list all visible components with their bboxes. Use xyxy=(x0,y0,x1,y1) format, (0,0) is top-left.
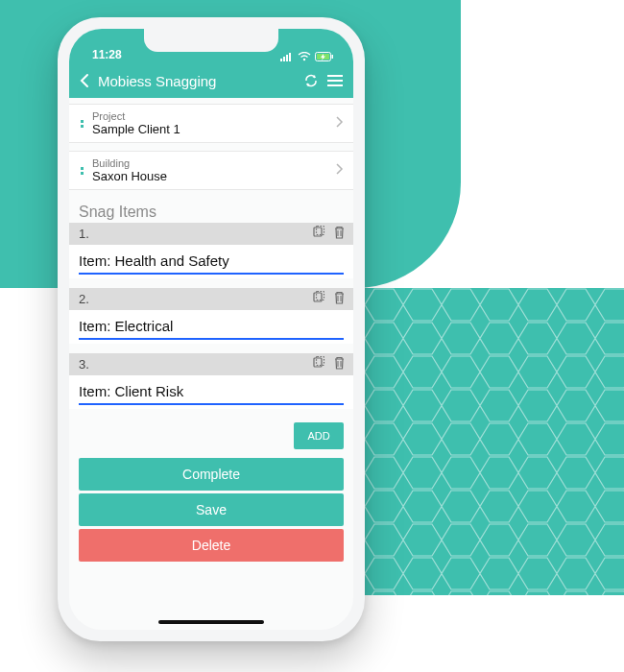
building-value: Saxon House xyxy=(92,169,335,183)
complete-button[interactable]: Complete xyxy=(79,458,344,491)
app-header: Mobiess Snagging xyxy=(69,63,353,98)
delete-item-button[interactable] xyxy=(333,291,346,307)
building-row[interactable]: Building Saxon House xyxy=(69,152,353,189)
battery-icon xyxy=(315,52,334,61)
copy-icon xyxy=(312,226,325,242)
snag-item-header: 3. xyxy=(69,353,353,375)
section-title: Snag Items xyxy=(69,198,353,223)
add-button[interactable]: ADD xyxy=(294,422,344,449)
back-button[interactable] xyxy=(79,73,90,88)
svg-rect-3 xyxy=(283,57,285,61)
copy-button[interactable] xyxy=(312,356,325,372)
copy-button[interactable] xyxy=(312,291,325,307)
content-area: Project Sample Client 1 Building Saxon H… xyxy=(69,98,353,630)
chevron-left-icon xyxy=(79,73,90,88)
svg-rect-4 xyxy=(286,55,288,61)
menu-button[interactable] xyxy=(326,74,344,87)
snag-item-number: 3. xyxy=(79,357,304,372)
delete-item-button[interactable] xyxy=(333,356,346,372)
drag-handle-icon xyxy=(81,167,86,175)
snag-item-text: Item: Client Risk xyxy=(79,383,344,405)
snag-item-header: 1. xyxy=(69,223,353,245)
snag-item-number: 2. xyxy=(79,292,304,306)
copy-icon xyxy=(312,356,325,372)
snag-item-body[interactable]: Item: Electrical xyxy=(69,310,353,344)
snag-item-body[interactable]: Item: Client Risk xyxy=(69,375,353,409)
status-icons xyxy=(280,52,334,61)
refresh-button[interactable] xyxy=(303,73,319,88)
delete-button[interactable]: Delete xyxy=(79,529,344,562)
svg-rect-8 xyxy=(332,55,334,59)
drag-handle-icon xyxy=(81,120,86,128)
svg-point-6 xyxy=(303,59,305,60)
trash-icon xyxy=(333,226,346,242)
snag-list: 1.Item: Health and Safety2.Item: Electri… xyxy=(69,223,353,409)
signal-icon xyxy=(280,52,294,61)
snag-item: 1.Item: Health and Safety xyxy=(69,223,353,278)
project-value: Sample Client 1 xyxy=(92,122,335,136)
building-label: Building xyxy=(92,157,335,169)
snag-item-number: 1. xyxy=(79,227,304,241)
snag-item-text: Item: Health and Safety xyxy=(79,252,344,275)
svg-rect-2 xyxy=(280,59,282,61)
app-title: Mobiess Snagging xyxy=(98,73,296,89)
phone-notch xyxy=(144,29,278,52)
copy-icon xyxy=(312,291,325,307)
copy-button[interactable] xyxy=(312,226,325,242)
phone-screen: 11:28 Mobiess Snagging xyxy=(69,29,353,630)
project-label: Project xyxy=(92,110,335,122)
save-button[interactable]: Save xyxy=(79,493,344,526)
chevron-right-icon xyxy=(335,162,344,180)
snag-item-body[interactable]: Item: Health and Safety xyxy=(69,245,353,278)
phone-frame: 11:28 Mobiess Snagging xyxy=(58,17,365,641)
snag-item: 3.Item: Client Risk xyxy=(69,353,353,409)
snag-item: 2.Item: Electrical xyxy=(69,288,353,344)
project-row[interactable]: Project Sample Client 1 xyxy=(69,105,353,142)
trash-icon xyxy=(333,356,346,372)
home-indicator xyxy=(158,620,264,624)
snag-item-header: 2. xyxy=(69,288,353,310)
sync-icon xyxy=(303,73,319,88)
chevron-right-icon xyxy=(335,115,344,132)
delete-item-button[interactable] xyxy=(333,226,346,242)
svg-rect-5 xyxy=(289,53,291,61)
trash-icon xyxy=(333,291,346,307)
status-time: 11:28 xyxy=(92,48,122,61)
hamburger-icon xyxy=(326,74,344,87)
snag-item-text: Item: Electrical xyxy=(79,318,344,340)
wifi-icon xyxy=(298,52,311,61)
